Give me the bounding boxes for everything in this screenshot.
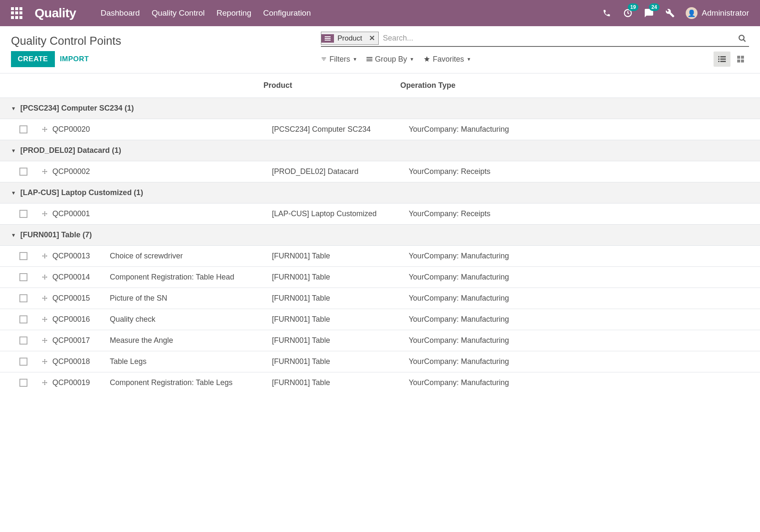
table-row[interactable]: QCP00019Component Registration: Table Le…: [0, 372, 760, 393]
row-checkbox[interactable]: [19, 210, 27, 218]
row-checkbox[interactable]: [19, 168, 27, 176]
row-checkbox[interactable]: [19, 125, 27, 133]
drag-handle-icon[interactable]: [37, 337, 52, 344]
search-input[interactable]: [381, 31, 736, 45]
list-view-button[interactable]: [714, 52, 730, 67]
drag-handle-icon[interactable]: [37, 380, 52, 386]
row-reference: QCP00002: [52, 167, 110, 176]
row-title: Table Legs: [110, 357, 272, 366]
apps-launcher-icon[interactable]: [11, 7, 23, 19]
row-product: [LAP-CUS] Laptop Customized: [272, 209, 409, 218]
table-row[interactable]: QCP00017Measure the Angle[FURN001] Table…: [0, 330, 760, 351]
discuss-icon[interactable]: 24: [643, 8, 654, 19]
group-title: [PCSC234] Computer SC234 (1): [20, 104, 134, 113]
activities-icon[interactable]: 19: [622, 8, 633, 19]
avatar: 👤: [686, 7, 698, 19]
tools-icon[interactable]: [665, 8, 676, 19]
row-title: Picture of the SN: [110, 294, 272, 303]
nav-quality-control[interactable]: Quality Control: [152, 8, 205, 18]
row-product: [PCSC234] Computer SC234: [272, 125, 409, 134]
group-caret-icon: ▼: [11, 148, 16, 154]
column-header-operation-type[interactable]: Operation Type: [400, 81, 749, 90]
group-caret-icon: ▼: [11, 106, 16, 111]
row-operation-type: YourCompany: Receipts: [409, 209, 749, 218]
row-checkbox[interactable]: [19, 358, 27, 366]
row-title: Choice of screwdriver: [110, 252, 272, 261]
row-checkbox[interactable]: [19, 315, 27, 323]
table-row[interactable]: QCP00013Choice of screwdriver[FURN001] T…: [0, 245, 760, 266]
row-product: [PROD_DEL02] Datacard: [272, 167, 409, 176]
column-header-product[interactable]: Product: [263, 81, 400, 90]
svg-rect-11: [718, 59, 719, 60]
group-row[interactable]: ▼[PCSC234] Computer SC234 (1): [0, 98, 760, 119]
drag-handle-icon[interactable]: [37, 358, 52, 365]
row-checkbox[interactable]: [19, 273, 27, 281]
filters-label: Filters: [329, 55, 350, 64]
svg-rect-15: [737, 56, 740, 59]
row-product: [FURN001] Table: [272, 378, 409, 387]
row-operation-type: YourCompany: Manufacturing: [409, 378, 749, 387]
group-row[interactable]: ▼[LAP-CUS] Laptop Customized (1): [0, 182, 760, 203]
svg-rect-16: [741, 56, 744, 59]
svg-rect-17: [737, 60, 740, 62]
group-title: [FURN001] Table (7): [20, 231, 92, 239]
group-caret-icon: ▼: [11, 190, 16, 196]
row-product: [FURN001] Table: [272, 273, 409, 282]
row-product: [FURN001] Table: [272, 315, 409, 324]
row-checkbox[interactable]: [19, 252, 27, 260]
table-row[interactable]: QCP00016Quality check[FURN001] TableYour…: [0, 309, 760, 330]
nav-dashboard[interactable]: Dashboard: [100, 8, 140, 18]
row-operation-type: YourCompany: Manufacturing: [409, 252, 749, 261]
svg-point-4: [739, 35, 744, 40]
group-row[interactable]: ▼[FURN001] Table (7): [0, 224, 760, 245]
table-row[interactable]: QCP00018Table Legs[FURN001] TableYourCom…: [0, 351, 760, 372]
kanban-view-button[interactable]: [732, 52, 749, 67]
group-by-dropdown[interactable]: Group By ▼: [366, 55, 414, 64]
row-checkbox[interactable]: [19, 294, 27, 302]
user-menu[interactable]: 👤 Administrator: [686, 7, 749, 19]
nav-configuration[interactable]: Configuration: [263, 8, 311, 18]
caret-down-icon: ▼: [467, 57, 471, 62]
row-title: Measure the Angle: [110, 336, 272, 345]
group-row[interactable]: ▼[PROD_DEL02] Datacard (1): [0, 140, 760, 161]
row-reference: QCP00019: [52, 378, 110, 387]
row-reference: QCP00013: [52, 252, 110, 261]
row-operation-type: YourCompany: Manufacturing: [409, 125, 749, 134]
drag-handle-icon[interactable]: [37, 126, 52, 133]
search-icon[interactable]: [736, 33, 749, 44]
filters-dropdown[interactable]: Filters ▼: [321, 55, 357, 64]
svg-rect-9: [718, 56, 719, 57]
phone-icon[interactable]: [601, 8, 612, 19]
svg-line-5: [744, 39, 746, 41]
row-product: [FURN001] Table: [272, 252, 409, 261]
row-operation-type: YourCompany: Manufacturing: [409, 357, 749, 366]
nav-reporting[interactable]: Reporting: [217, 8, 251, 18]
drag-handle-icon[interactable]: [37, 295, 52, 302]
row-operation-type: YourCompany: Manufacturing: [409, 273, 749, 282]
table-row[interactable]: QCP00020[PCSC234] Computer SC234YourComp…: [0, 119, 760, 140]
drag-handle-icon[interactable]: [37, 316, 52, 323]
search-facet-product: Product ✕: [321, 32, 379, 45]
create-button[interactable]: CREATE: [11, 51, 55, 67]
facet-remove-icon[interactable]: ✕: [366, 32, 378, 44]
favorites-dropdown[interactable]: Favorites ▼: [423, 55, 471, 64]
drag-handle-icon[interactable]: [37, 211, 52, 217]
facet-label: Product: [334, 33, 366, 44]
caret-down-icon: ▼: [353, 57, 357, 62]
row-reference: QCP00018: [52, 357, 110, 366]
row-checkbox[interactable]: [19, 379, 27, 387]
table-row[interactable]: QCP00014Component Registration: Table He…: [0, 266, 760, 288]
drag-handle-icon[interactable]: [37, 274, 52, 281]
import-button[interactable]: IMPORT: [60, 55, 89, 63]
row-checkbox[interactable]: [19, 337, 27, 345]
table-row[interactable]: QCP00001[LAP-CUS] Laptop CustomizedYourC…: [0, 203, 760, 224]
row-product: [FURN001] Table: [272, 294, 409, 303]
drag-handle-icon[interactable]: [37, 168, 52, 175]
discuss-badge: 24: [649, 3, 660, 11]
table-row[interactable]: QCP00002[PROD_DEL02] DatacardYourCompany…: [0, 161, 760, 182]
group-by-label: Group By: [375, 55, 407, 64]
group-title: [PROD_DEL02] Datacard (1): [20, 146, 121, 155]
drag-handle-icon[interactable]: [37, 253, 52, 260]
table-row[interactable]: QCP00015Picture of the SN[FURN001] Table…: [0, 288, 760, 309]
page-title: Quality Control Points: [11, 31, 121, 48]
